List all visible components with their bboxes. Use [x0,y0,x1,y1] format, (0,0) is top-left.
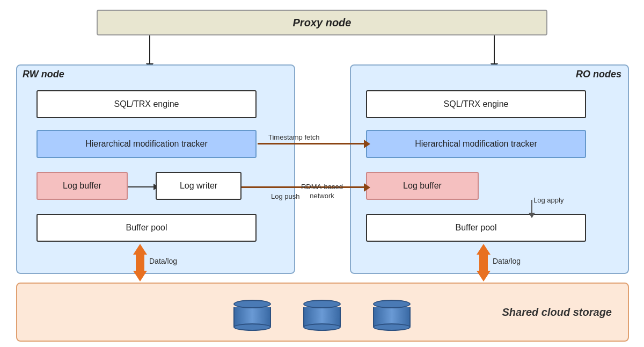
logbuf-to-logwriter-arrow [128,186,155,187]
logpush-arrowhead [364,183,370,192]
cyl-bottom-1 [233,323,271,331]
rw-log-writer: Log writer [156,172,241,200]
cyl-top-2 [303,300,341,308]
cyl-bottom-2 [303,323,341,331]
log-apply-arrow [531,200,532,214]
logpush-label: Log push [271,192,300,200]
diagram-container: Proxy node RW node RO nodes SQL/TRX engi… [0,0,644,347]
rw-sql-engine: SQL/TRX engine [36,90,257,118]
proxy-arrow-right [494,35,495,64]
cylinder-2 [303,300,341,332]
timestamp-label: Timestamp fetch [268,133,320,141]
rw-log-buffer: Log buffer [36,172,128,200]
timestamp-arrowhead [364,140,370,148]
ro-hmt: Hierarchical modification tracker [366,130,586,158]
orange-up-right [477,244,491,255]
ro-sql-engine: SQL/TRX engine [366,90,586,118]
rw-hmt: Hierarchical modification tracker [36,130,257,158]
cylinder-1 [233,300,271,332]
data-log-label-right: Data/log [493,257,521,265]
rw-buffer-pool: Buffer pool [36,214,257,242]
rdma-label: RDMA-based network [298,183,346,201]
proxy-arrow-left [149,35,150,64]
orange-body-right [479,255,488,271]
cyl-bottom-3 [373,323,411,331]
log-apply-label: Log apply [533,196,608,204]
cyl-top-1 [233,300,271,308]
orange-body-left [136,255,144,271]
cylinder-3 [373,300,411,332]
ro-log-buffer: Log buffer [366,172,479,200]
proxy-label: Proxy node [293,17,352,29]
data-log-arrow-right [477,244,491,281]
data-log-label-left: Data/log [149,257,177,265]
orange-up-left [133,244,147,255]
rw-node-label: RW node [23,69,64,80]
log-apply-arrowhead [529,213,535,218]
data-log-arrow-left [133,244,147,281]
ro-buffer-pool: Buffer pool [366,214,586,242]
orange-down-left [133,271,147,281]
cylinders-group [0,300,644,332]
timestamp-arrow [258,143,365,144]
ro-node-label: RO nodes [576,69,621,80]
cyl-top-3 [373,300,411,308]
orange-down-right [477,271,491,281]
proxy-node: Proxy node [97,10,547,35]
